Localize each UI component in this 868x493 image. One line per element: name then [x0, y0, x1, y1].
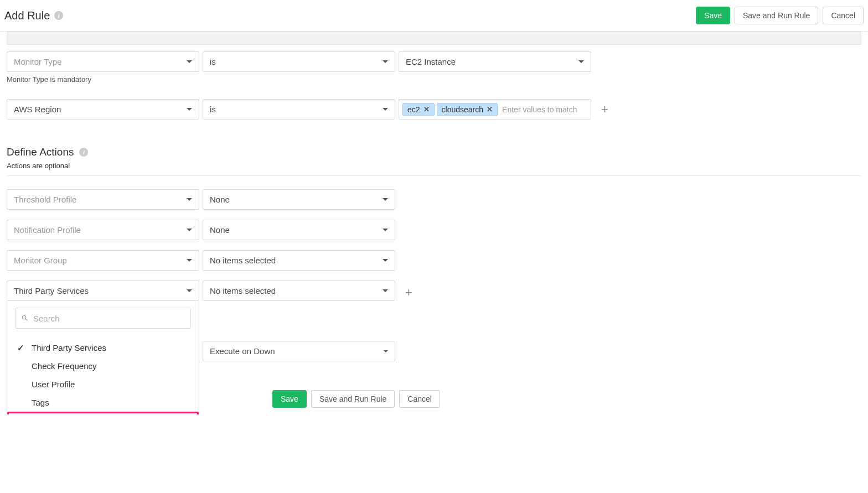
page-title: Add Rule: [4, 9, 50, 22]
add-action-icon[interactable]: +: [405, 286, 412, 300]
chevron-down-icon: [578, 60, 584, 63]
monitor-group-row: Monitor Group No items selected: [7, 250, 861, 271]
chevron-down-icon: [383, 60, 388, 63]
dropdown-item-check-frequency[interactable]: Check Frequency: [15, 357, 191, 375]
notification-profile-value[interactable]: None: [203, 220, 395, 240]
monitor-type-value-select[interactable]: EC2 Instance: [399, 51, 591, 72]
gray-bar: [7, 32, 861, 45]
dropdown-search[interactable]: [15, 308, 191, 329]
threshold-profile-field[interactable]: Threshold Profile: [7, 189, 199, 210]
select-text: No items selected: [210, 286, 276, 295]
search-icon: [21, 314, 29, 322]
select-text: Execute on Down: [210, 346, 275, 356]
notification-profile-row: Notification Profile None: [7, 220, 861, 240]
threshold-profile-value[interactable]: None: [203, 189, 395, 210]
monitor-type-operator-select[interactable]: is: [203, 51, 395, 72]
chevron-down-icon: [383, 198, 388, 201]
header-buttons: Save Save and Run Rule Cancel: [696, 7, 864, 24]
tag-input-field[interactable]: [500, 104, 587, 115]
tag-label: ec2: [407, 105, 420, 114]
third-party-field[interactable]: Third Party Services: [7, 281, 199, 301]
define-actions-title: Define Actions: [7, 146, 74, 158]
select-text: Monitor Type: [14, 57, 61, 66]
dropdown-item-disable-metrics[interactable]: Disable performance metrics collection: [7, 412, 199, 414]
define-actions-title-group: Define Actions i: [7, 146, 861, 158]
tag-label: cloudsearch: [442, 105, 484, 114]
footer-buttons: Save Save and Run Rule Cancel: [272, 390, 861, 408]
aws-region-value-tags[interactable]: ec2 ✕ cloudsearch ✕: [399, 99, 591, 120]
chevron-down-icon: [187, 198, 192, 201]
third-party-field-wrapper: Third Party Services Third Party Service…: [7, 281, 199, 301]
info-icon[interactable]: i: [79, 148, 88, 157]
save-button[interactable]: Save: [696, 7, 730, 24]
divider: [7, 175, 861, 176]
select-text: Notification Profile: [14, 225, 81, 235]
close-icon[interactable]: ✕: [487, 105, 493, 113]
select-text: AWS Region: [14, 105, 61, 114]
chevron-down-icon: [187, 289, 192, 292]
aws-region-field-select[interactable]: AWS Region: [7, 99, 199, 120]
cancel-button[interactable]: Cancel: [823, 7, 864, 24]
select-text: None: [210, 225, 230, 235]
dropdown-search-input[interactable]: [33, 308, 185, 328]
dropdown-item-third-party[interactable]: Third Party Services: [15, 339, 191, 357]
threshold-profile-row: Threshold Profile None: [7, 189, 861, 210]
chevron-down-icon: [384, 350, 388, 352]
select-text: is: [210, 105, 216, 114]
select-text: is: [210, 57, 216, 66]
third-party-value[interactable]: No items selected: [203, 281, 395, 301]
chevron-down-icon: [187, 108, 192, 111]
notification-profile-field[interactable]: Notification Profile: [7, 220, 199, 240]
aws-region-operator-select[interactable]: is: [203, 99, 395, 120]
third-party-row: Third Party Services Third Party Service…: [7, 281, 861, 301]
third-party-dropdown: Third Party Services Check Frequency Use…: [7, 301, 199, 414]
monitor-type-field-select[interactable]: Monitor Type: [7, 51, 199, 72]
content-area: Monitor Type is EC2 Instance Monitor Typ…: [0, 45, 868, 414]
chevron-down-icon: [187, 259, 192, 262]
select-text: Third Party Services: [14, 286, 89, 295]
chevron-down-icon: [383, 259, 388, 262]
chevron-down-icon: [187, 60, 192, 63]
chevron-down-icon: [383, 108, 388, 111]
select-text: EC2 Instance: [406, 57, 456, 66]
criteria-row-2: AWS Region is ec2 ✕ cloudsearch ✕ +: [7, 99, 861, 120]
select-text: Threshold Profile: [14, 195, 76, 204]
select-text: None: [210, 195, 230, 204]
page-header: Add Rule i Save Save and Run Rule Cancel: [0, 0, 868, 32]
select-text: Monitor Group: [14, 256, 67, 265]
tag-ec2: ec2 ✕: [402, 103, 435, 116]
dropdown-list: Third Party Services Check Frequency Use…: [15, 339, 191, 414]
chevron-down-icon: [383, 229, 388, 231]
monitor-type-hint: Monitor Type is mandatory: [7, 75, 861, 84]
dropdown-item-user-profile[interactable]: User Profile: [15, 375, 191, 393]
save-button-footer[interactable]: Save: [272, 390, 307, 408]
save-and-run-button[interactable]: Save and Run Rule: [735, 7, 818, 24]
header-title-group: Add Rule i: [4, 9, 63, 22]
cancel-button-footer[interactable]: Cancel: [399, 390, 440, 408]
monitor-group-field[interactable]: Monitor Group: [7, 250, 199, 271]
monitor-group-value[interactable]: No items selected: [203, 250, 395, 271]
add-criteria-icon[interactable]: +: [601, 102, 608, 117]
dropdown-item-tags[interactable]: Tags: [15, 393, 191, 412]
execute-on-select[interactable]: Execute on Down: [203, 341, 395, 361]
chevron-down-icon: [187, 229, 192, 231]
actions-hint: Actions are optional: [7, 162, 861, 170]
save-and-run-button-footer[interactable]: Save and Run Rule: [311, 390, 395, 408]
tag-cloudsearch: cloudsearch ✕: [437, 103, 498, 116]
info-icon[interactable]: i: [54, 11, 63, 20]
chevron-down-icon: [383, 289, 388, 292]
select-text: No items selected: [210, 256, 276, 265]
criteria-row-1: Monitor Type is EC2 Instance: [7, 51, 861, 72]
close-icon[interactable]: ✕: [423, 105, 430, 113]
